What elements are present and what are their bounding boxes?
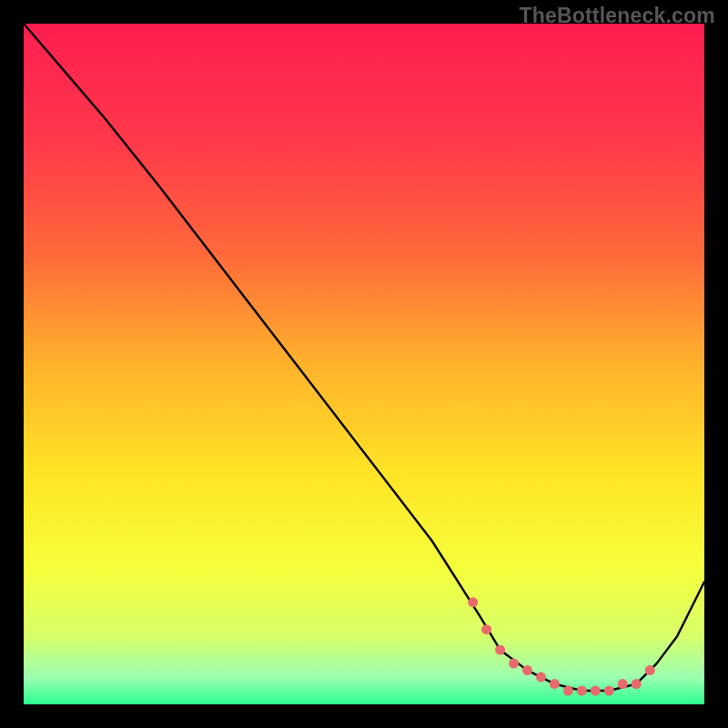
- chart-frame: TheBottleneck.com: [0, 0, 728, 728]
- gradient-background: [24, 24, 704, 704]
- highlight-dot: [468, 597, 478, 607]
- highlight-dot: [645, 665, 655, 675]
- highlight-dot: [632, 679, 642, 689]
- highlight-dot: [604, 686, 614, 696]
- highlight-dot: [550, 679, 560, 689]
- plot-area: [24, 24, 704, 704]
- highlight-dot: [536, 672, 546, 682]
- highlight-dot: [522, 665, 532, 675]
- highlight-dot: [577, 686, 587, 696]
- highlight-dot: [481, 624, 491, 634]
- highlight-dot: [495, 645, 505, 655]
- highlight-dot: [563, 686, 573, 696]
- plot-svg: [24, 24, 704, 704]
- highlight-dot: [618, 679, 628, 689]
- highlight-dot: [509, 659, 519, 669]
- highlight-dot: [591, 686, 601, 696]
